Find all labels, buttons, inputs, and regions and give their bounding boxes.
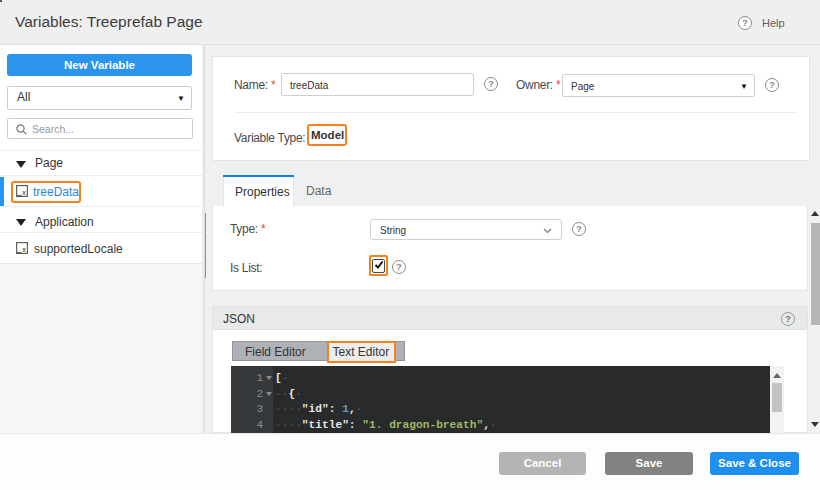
svg-text:x: x — [22, 189, 26, 196]
svg-text:x: x — [22, 246, 26, 253]
